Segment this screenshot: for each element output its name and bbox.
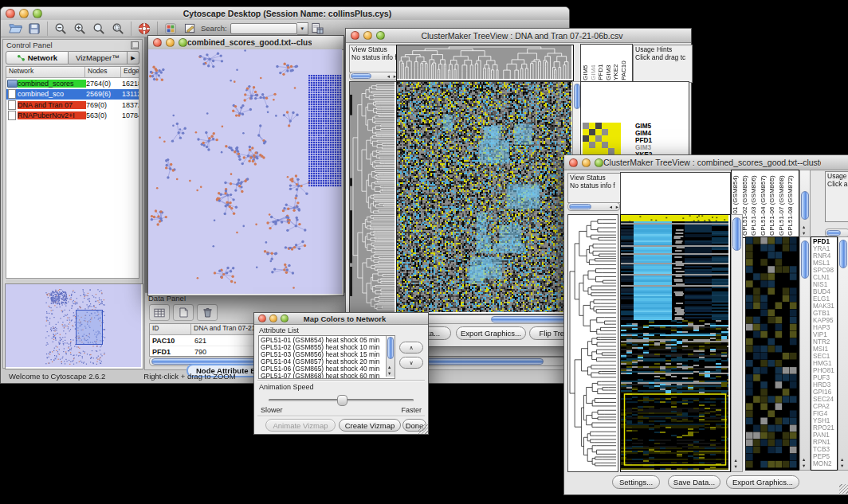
tv1-column-labels[interactable]: GIM5GIM4PFD1GIM3YKE2PAC10	[580, 44, 633, 83]
tv2-settings-button[interactable]: Settings...	[612, 475, 660, 489]
network-list-row[interactable]: combined_scores2764(0)16218(0)	[6, 78, 139, 89]
gene-list-item[interactable]: GPI16	[813, 389, 837, 396]
mini-matrix-cell[interactable]	[614, 142, 621, 148]
table-icon[interactable]	[149, 304, 170, 321]
tv2-column-label[interactable]: GPL51-03 (GSM856)	[751, 170, 760, 236]
network-overview-canvas[interactable]	[6, 284, 141, 367]
zoom-out-icon[interactable]	[51, 21, 70, 36]
new-attribute-icon[interactable]	[173, 304, 194, 321]
mini-matrix-cell[interactable]	[602, 123, 608, 129]
treeview2-titlebar[interactable]: ClusterMaker TreeView : combined_scores_…	[564, 155, 848, 170]
network-view-titlebar[interactable]: combined_scores_good.txt--cluste...	[148, 36, 344, 50]
zoom-window-icon[interactable]	[33, 9, 42, 18]
gene-list-item[interactable]: YSH1	[813, 417, 837, 424]
gene-list-item[interactable]: YRA1	[813, 245, 837, 252]
tv1-row-label[interactable]: GIM3	[635, 144, 656, 151]
gene-list-item[interactable]: GTB1	[813, 310, 837, 317]
gene-list-item[interactable]: SPC98	[813, 267, 837, 274]
mini-matrix-cell[interactable]	[608, 142, 614, 148]
animation-speed-slider[interactable]	[269, 395, 414, 404]
tv1-column-label[interactable]: PFD1	[598, 45, 606, 80]
gene-list-item[interactable]: HMG1	[813, 360, 837, 367]
mini-matrix-cell[interactable]	[595, 129, 602, 135]
gene-list-item[interactable]: HAP3	[813, 324, 837, 331]
gene-list-item[interactable]: PHO81	[813, 367, 837, 374]
tv1-export-graphics-button[interactable]: Export Graphics...	[456, 326, 526, 340]
gene-list-item[interactable]: HRD3	[813, 381, 837, 389]
gene-list-item[interactable]: FIG4	[813, 410, 837, 417]
gene-list-item[interactable]: NTR2	[813, 338, 837, 346]
zoom-window-icon[interactable]	[281, 315, 289, 322]
plugin-manager-icon[interactable]	[161, 21, 180, 36]
tv1-row-label[interactable]: GIM4	[635, 130, 656, 137]
mini-matrix-cell[interactable]	[583, 135, 589, 142]
mini-matrix-cell[interactable]	[589, 142, 595, 148]
gene-list-item[interactable]: CLN1	[813, 274, 837, 281]
col-header-edges[interactable]: Edges	[121, 67, 139, 77]
mini-matrix-cell[interactable]	[589, 135, 595, 142]
gene-list-item[interactable]: PEP5	[813, 453, 837, 460]
gene-list-item[interactable]: PFD1	[813, 238, 837, 245]
minimize-icon[interactable]	[363, 31, 372, 40]
mini-matrix-cell[interactable]	[614, 123, 621, 129]
gene-list-item[interactable]: TCB3	[813, 446, 837, 453]
tv2-gene-scrollbar[interactable]: ▴▾	[838, 236, 848, 471]
tab-vizmapper[interactable]: VizMapper™	[69, 51, 128, 64]
network-canvas[interactable]	[148, 49, 342, 294]
gene-list-item[interactable]: MON2	[813, 460, 837, 467]
resize-grip[interactable]	[418, 424, 428, 434]
mini-matrix-cell[interactable]	[589, 129, 595, 135]
move-up-button[interactable]: ∧	[399, 342, 423, 354]
minimize-icon[interactable]	[582, 158, 591, 167]
gene-list-item[interactable]: RNR4	[813, 252, 837, 260]
gene-list-item[interactable]: RPO21	[813, 424, 837, 432]
mini-matrix-cell[interactable]	[602, 135, 608, 142]
mini-matrix-cell[interactable]	[608, 148, 614, 154]
tv2-export-graphics-button[interactable]: Export Graphics...	[726, 475, 799, 489]
mini-matrix-cell[interactable]	[583, 123, 589, 129]
gene-list-item[interactable]: MAK31	[813, 303, 837, 310]
mini-matrix-cell[interactable]	[583, 142, 589, 148]
attribute-browser-icon[interactable]	[308, 21, 328, 36]
animate-vizmap-button[interactable]: Animate Vizmap	[265, 419, 336, 432]
tv1-column-label[interactable]: GIM5	[583, 45, 591, 80]
gene-list-item[interactable]: MSI1	[813, 346, 837, 353]
tab-network[interactable]: Network	[6, 51, 69, 64]
tv1-row-label[interactable]: GIM5	[635, 123, 656, 130]
tv1-row-dendrogram[interactable]	[349, 81, 397, 315]
move-down-button[interactable]: ∨	[399, 357, 423, 369]
tv2-save-data-button[interactable]: Save Data...	[668, 475, 720, 489]
tv2-vscrollbar[interactable]: ▴▾	[731, 214, 743, 472]
tv2-gene-list[interactable]: PFD1YRA1RNR4MSL1SPC98CLN1NIS1BUD4ELG1MAK…	[811, 236, 838, 471]
mini-matrix-cell[interactable]	[595, 135, 602, 142]
open-folder-icon[interactable]	[6, 21, 25, 36]
tv2-zoom-scrollbar[interactable]: ▴▾	[799, 236, 811, 471]
tv1-column-label[interactable]: YKE2	[613, 45, 621, 80]
tv1-view-status-scrollbar[interactable]: ◂▸	[349, 72, 398, 80]
gene-list-item[interactable]: BUD4	[813, 288, 837, 295]
gene-list-item[interactable]: VIP1	[813, 331, 837, 338]
network-list-row[interactable]: combined_sco2569(6)13112(15)	[6, 89, 139, 100]
annotation-icon[interactable]	[180, 21, 199, 36]
gene-list-item[interactable]: ELG1	[813, 295, 837, 303]
tv1-row-label[interactable]: PFD1	[635, 137, 656, 144]
attribute-list-item[interactable]: GPL51-07 (GSM868) heat shock 60 min	[261, 373, 393, 379]
attribute-list[interactable]: GPL51-01 (GSM854) heat shock 05 minGPL51…	[258, 335, 395, 379]
minimize-icon[interactable]	[19, 9, 29, 18]
tv1-column-label[interactable]: GIM3	[606, 45, 614, 80]
col-header-network[interactable]: Network	[6, 67, 85, 77]
zoom-window-icon[interactable]	[376, 31, 385, 40]
gene-list-item[interactable]: RPN1	[813, 439, 837, 446]
delete-attribute-trash-icon[interactable]	[197, 304, 218, 321]
tv1-column-label[interactable]: PAC10	[621, 45, 629, 80]
close-icon[interactable]	[351, 31, 359, 40]
network-overview[interactable]	[5, 283, 143, 369]
mini-matrix-cell[interactable]	[602, 148, 608, 154]
gene-list-item[interactable]: SEC1	[813, 353, 837, 360]
tv1-column-label[interactable]: GIM4	[591, 45, 599, 80]
float-panel-icon[interactable]	[131, 41, 139, 49]
tv1-heatmap[interactable]	[396, 81, 574, 315]
gene-list-item[interactable]: MSL1	[813, 260, 837, 267]
mini-matrix-cell[interactable]	[614, 135, 621, 142]
tv2-column-label[interactable]: GPL51-02 (GSM855)	[742, 170, 752, 236]
